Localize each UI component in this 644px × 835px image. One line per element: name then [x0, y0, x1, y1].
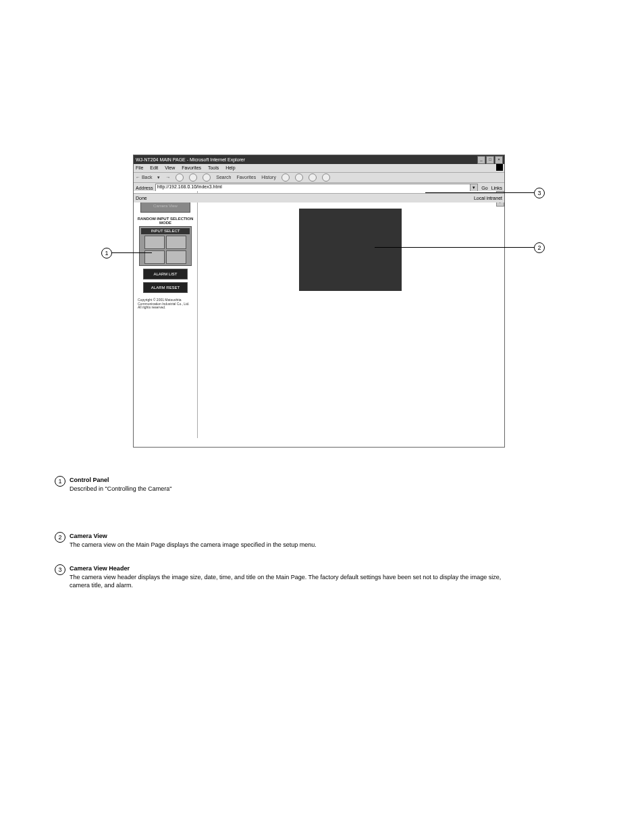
desc-3-text: The camera view header displays the imag… [70, 574, 501, 589]
camera-view-area: ▴ ▾ [198, 191, 504, 438]
close-button[interactable]: × [495, 156, 503, 164]
home-icon[interactable] [203, 173, 211, 182]
desc-1-text: Described in "Controlling the Camera" [70, 485, 171, 492]
menu-file[interactable]: File [136, 165, 143, 170]
alarm-reset-button[interactable]: ALARM RESET [143, 282, 188, 293]
history-button[interactable]: History [261, 175, 276, 180]
toolbar: ← Back ▾ → Search Favorites History [134, 173, 504, 183]
mail-icon[interactable] [281, 173, 290, 182]
desc-1-num: 1 [55, 476, 65, 487]
browser-window: WJ-NT204 MAIN PAGE - Microsoft Internet … [133, 155, 505, 448]
callout-3-leader [425, 192, 534, 193]
desc-2-num: 2 [55, 532, 65, 543]
stop-icon[interactable] [176, 173, 184, 182]
desc-3-title: Camera View Header [70, 565, 130, 572]
callout-1-leader [111, 252, 152, 253]
menu-view[interactable]: View [165, 165, 175, 170]
control-panel-sidebar: WJ-NT204 Camera View RANDOM INPUT SELECT… [134, 191, 198, 438]
ie-logo-icon [496, 164, 503, 171]
refresh-icon[interactable] [189, 173, 197, 182]
desc-1: Control Panel Described in "Controlling … [70, 476, 508, 493]
copyright-text: Copyright © 2001 Matsushita Communicatio… [134, 296, 197, 313]
forward-button[interactable]: → [165, 175, 170, 180]
discuss-icon[interactable] [322, 173, 330, 182]
callout-3-marker: 3 [534, 188, 545, 198]
desc-2-title: Camera View [70, 533, 107, 539]
window-title: WJ-NT204 MAIN PAGE - Microsoft Internet … [136, 157, 245, 162]
go-button[interactable]: Go [480, 186, 489, 190]
favorites-button[interactable]: Favorites [236, 175, 256, 180]
desc-2: Camera View The camera view on the Main … [70, 532, 508, 549]
alarm-list-button[interactable]: ALARM LIST [143, 269, 188, 279]
menu-edit[interactable]: Edit [150, 165, 158, 170]
mode-label: RANDOM INPUT SELECTION MODE [136, 217, 194, 225]
status-left: Done [136, 196, 147, 200]
edit-icon[interactable] [308, 173, 317, 182]
callout-2-leader [375, 247, 534, 248]
address-url: http://192.168.0.10/index3.html [157, 184, 222, 189]
minimize-button[interactable]: _ [477, 156, 485, 164]
input-select-2[interactable] [166, 236, 186, 249]
callout-1-marker: 1 [101, 248, 112, 259]
back-button[interactable]: ← Back ▾ [136, 175, 160, 180]
page-content: WJ-NT204 Camera View RANDOM INPUT SELECT… [134, 191, 504, 438]
desc-3-num: 3 [55, 564, 65, 575]
status-bar: Done Local intranet [134, 193, 504, 203]
status-right: Local intranet [474, 194, 502, 203]
input-select-title: INPUT SELECT [141, 228, 190, 234]
desc-3: Camera View Header The camera view heade… [70, 564, 508, 590]
desc-2-text: The camera view on the Main Page display… [70, 541, 317, 548]
search-button[interactable]: Search [216, 175, 231, 180]
menu-tools[interactable]: Tools [208, 165, 219, 170]
print-icon[interactable] [295, 173, 303, 182]
input-select-1[interactable] [144, 236, 165, 249]
callout-2-marker: 2 [534, 242, 545, 253]
links-button[interactable]: Links [491, 186, 502, 190]
menu-bar: File Edit View Favorites Tools Help [134, 164, 504, 173]
browser-titlebar: WJ-NT204 MAIN PAGE - Microsoft Internet … [134, 155, 504, 164]
menu-favorites[interactable]: Favorites [182, 165, 201, 170]
maximize-button[interactable]: □ [486, 156, 494, 164]
address-label: Address [136, 186, 153, 190]
input-select-4[interactable] [166, 250, 186, 264]
camera-view [299, 209, 402, 291]
menu-help[interactable]: Help [225, 165, 235, 170]
logo-subtitle: Camera View [141, 204, 190, 209]
input-select-panel: INPUT SELECT [139, 226, 192, 266]
desc-1-title: Control Panel [70, 477, 109, 483]
address-dropdown-icon[interactable]: ▾ [470, 184, 477, 191]
